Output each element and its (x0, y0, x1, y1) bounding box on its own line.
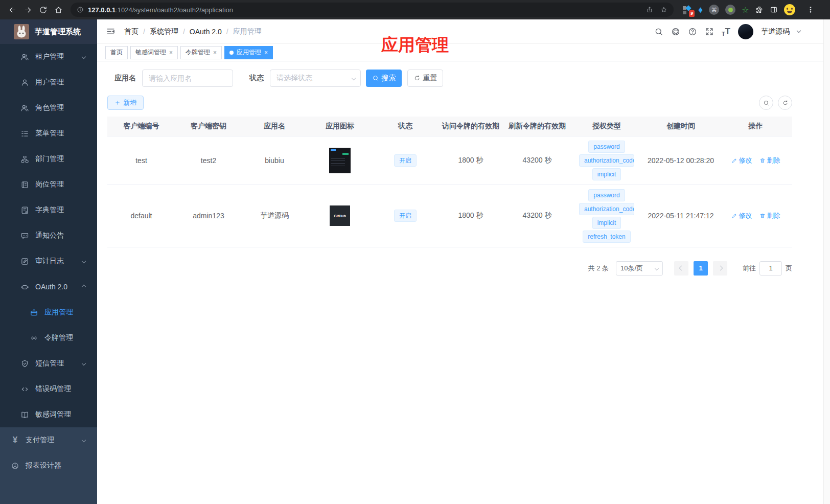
edit-link[interactable]: 修改 (731, 211, 752, 220)
logo[interactable]: 芋道管理系统 (0, 19, 97, 44)
prev-page-button[interactable] (674, 261, 688, 276)
navbar: 首页/系统管理/OAuth 2.0/应用管理 TT 芋道源码 (97, 19, 830, 44)
home-icon[interactable] (51, 3, 65, 17)
back-icon[interactable] (5, 3, 19, 17)
tab-label: 首页 (110, 48, 123, 57)
page-size-select[interactable]: 10条/页 (616, 261, 663, 276)
sidebar-item-report-designer[interactable]: 报表设计器 (0, 453, 97, 478)
edit-link[interactable]: 修改 (731, 156, 752, 165)
bookmark-star-icon[interactable] (660, 6, 667, 13)
toggle-search-button[interactable] (759, 96, 773, 110)
pagination: 共 2 条 10条/页 1 前往 页 (107, 261, 792, 276)
share-icon[interactable] (646, 6, 653, 13)
sidebar-item-post[interactable]: 岗位管理 (0, 172, 97, 197)
sidebar-item-role[interactable]: 角色管理 (0, 95, 97, 121)
fullscreen-icon[interactable] (705, 27, 714, 36)
user-icon (20, 78, 29, 87)
cell-access-token-validity: 1800 秒 (438, 136, 503, 185)
column-header: 操作 (719, 117, 792, 136)
sidebar-item-label: 岗位管理 (35, 180, 64, 189)
sidebar-fold-icon[interactable] (106, 27, 116, 36)
page-scrollbar[interactable] (823, 19, 830, 504)
table-header-row: 客户端编号客户端密钥应用名应用图标状态访问令牌的有效期刷新令牌的有效期授权类型创… (107, 117, 792, 136)
user-avatar[interactable] (738, 24, 753, 39)
cell-app-icon: GitHub (307, 185, 373, 247)
cell-grant-types: passwordauthorization_codeimplicitrefres… (571, 185, 642, 247)
refresh-table-button[interactable] (778, 96, 792, 110)
tab-令牌管理[interactable]: 令牌管理× (180, 46, 222, 59)
close-icon[interactable]: × (264, 50, 268, 56)
font-size-icon[interactable]: TT (722, 27, 730, 37)
github-icon[interactable] (671, 27, 680, 36)
breadcrumb-item[interactable]: 首页 (124, 27, 139, 36)
site-info-icon[interactable] (77, 6, 84, 13)
book-open-icon (20, 410, 29, 419)
puzzle-extensions-icon[interactable] (755, 6, 764, 14)
reload-icon[interactable] (36, 3, 50, 17)
cell-refresh-token-validity: 43200 秒 (503, 136, 571, 185)
sidebar-item-audit-log[interactable]: 审计日志 (0, 248, 97, 274)
sidebar-item-tenant[interactable]: 租户管理 (0, 44, 97, 70)
sidebar-item-oauth2-token[interactable]: 令牌管理 (0, 325, 97, 351)
sidebar-item-oauth2[interactable]: OAuth 2.0 (0, 274, 97, 300)
close-icon[interactable]: × (169, 50, 173, 56)
add-button[interactable]: 新增 (107, 96, 144, 110)
tab-首页[interactable]: 首页 (105, 46, 128, 59)
browser-menu-icon[interactable] (806, 6, 815, 14)
sidebar-item-sms[interactable]: 短信管理 (0, 351, 97, 376)
username[interactable]: 芋道源码 (761, 27, 790, 36)
pencil-icon (731, 213, 737, 219)
next-page-button[interactable] (713, 261, 727, 276)
tab-敏感词管理[interactable]: 敏感词管理× (130, 46, 178, 59)
gem-extension-icon[interactable]: ♦ (698, 5, 703, 14)
sidebar-item-pay[interactable]: ¥支付管理 (0, 427, 97, 453)
help-icon[interactable] (688, 27, 697, 36)
goto-page-input[interactable] (759, 261, 782, 276)
command-extension-icon[interactable]: ⌘ (709, 5, 719, 15)
star-extension-icon[interactable]: ☆ (742, 5, 749, 15)
sidebar-item-oauth2-application[interactable]: 应用管理 (0, 300, 97, 325)
url-bar[interactable]: 127.0.0.1:1024/system/oauth2/oauth2/appl… (71, 3, 674, 17)
sidebar-item-user[interactable]: 用户管理 (0, 70, 97, 95)
status-tag: 开启 (394, 154, 417, 167)
logo-image (14, 24, 29, 39)
sidebar-item-dict[interactable]: 字典管理 (0, 197, 97, 223)
app-name-input[interactable] (142, 70, 233, 87)
chevron-down-icon (352, 76, 356, 80)
annotation-text: 应用管理 (381, 34, 449, 57)
reset-button[interactable]: 重置 (407, 70, 443, 87)
forward-icon[interactable] (20, 3, 35, 17)
sidebar-item-label: 错误码管理 (35, 384, 71, 394)
sidebar-item-label: 敏感词管理 (35, 410, 71, 419)
sidebar-item-notice[interactable]: 通知公告 (0, 223, 97, 248)
page-number-button[interactable]: 1 (694, 261, 708, 276)
cell-grant-types: passwordauthorization_codeimplicit (571, 136, 642, 185)
profile-avatar-icon[interactable] (784, 4, 795, 15)
breadcrumb-item[interactable]: 系统管理 (150, 27, 178, 36)
sidebar-item-sensitive-word[interactable]: 敏感词管理 (0, 402, 97, 427)
cell-access-token-validity: 1800 秒 (438, 185, 503, 247)
delete-link[interactable]: 删除 (759, 156, 780, 165)
header-search-icon[interactable] (654, 27, 663, 36)
plus-icon (114, 100, 121, 106)
tab-应用管理[interactable]: 应用管理× (224, 46, 273, 59)
delete-link[interactable]: 删除 (759, 211, 780, 220)
sidebar-item-error-code[interactable]: 错误码管理 (0, 376, 97, 402)
page-unit-label: 页 (786, 264, 792, 273)
extension-icon[interactable]: 9 (682, 5, 692, 15)
status-select[interactable]: 请选择状态 (270, 70, 361, 87)
side-panel-icon[interactable] (770, 6, 778, 14)
sidebar-item-dept[interactable]: 部门管理 (0, 146, 97, 172)
record-extension-icon[interactable] (725, 5, 735, 15)
chevron-up-icon (82, 285, 86, 289)
breadcrumb-separator: / (143, 28, 145, 36)
badge-icon (20, 180, 29, 189)
sidebar-item-menu[interactable]: 菜单管理 (0, 121, 97, 146)
url-text: 127.0.0.1:1024/system/oauth2/oauth2/appl… (88, 6, 642, 14)
trash-icon (759, 157, 766, 164)
refresh-icon (413, 75, 421, 82)
breadcrumb-item[interactable]: OAuth 2.0 (190, 28, 222, 36)
search-button[interactable]: 搜索 (366, 70, 402, 87)
close-icon[interactable]: × (213, 50, 217, 56)
chevron-down-icon[interactable] (797, 29, 801, 33)
